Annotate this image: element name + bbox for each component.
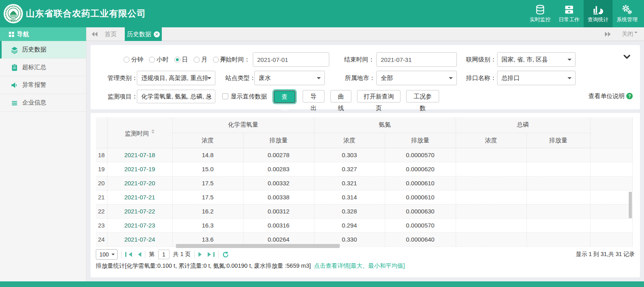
cell: 0.314 bbox=[314, 190, 385, 204]
history-data-table: 监测时间 化学需氧量 氨氮 总磷 浓度 排放量 浓度 排放量 浓度 排放量 bbox=[96, 117, 633, 247]
radio-icon bbox=[124, 57, 130, 63]
radio-minute[interactable]: 分钟 bbox=[124, 56, 143, 64]
query-button[interactable]: 查询 bbox=[274, 90, 295, 103]
first-page-button[interactable] bbox=[125, 252, 132, 257]
list-icon bbox=[10, 99, 19, 107]
cell bbox=[456, 190, 526, 204]
open-new-query-button[interactable]: 打开新查询页 bbox=[357, 90, 400, 102]
network-level-select[interactable]: 国家, 省, 市, 区县 bbox=[497, 52, 576, 67]
archive-icon bbox=[564, 4, 574, 15]
group-extra bbox=[590, 117, 633, 148]
header-group-row: 监测时间 化学需氧量 氨氮 总磷 bbox=[96, 117, 633, 133]
cell: 17.5 bbox=[172, 176, 243, 190]
radio-month[interactable]: 月 bbox=[194, 56, 207, 64]
top-header: MEE 山东省联合农药工业有限公司 实时监控 日常工作 查询统计 系统管理 bbox=[0, 0, 644, 27]
caret-down-icon bbox=[634, 32, 638, 35]
filter-row-2: 管理类别： 违规项目, 高架源, 重点排 站点类型： 废水 所属地市： 全部 排… bbox=[91, 71, 640, 85]
outlet-name-select[interactable]: 总排口 bbox=[497, 71, 576, 85]
cell: 0.0000620 bbox=[385, 162, 456, 176]
grid-icon bbox=[9, 32, 14, 37]
divider bbox=[218, 250, 219, 258]
nav-system-management[interactable]: 系统管理 bbox=[613, 0, 642, 27]
monitor-items-select[interactable]: 化学需氧量, 氨氮, 总磷, 总 bbox=[137, 90, 215, 103]
tab-history-data[interactable]: 历史数据 ✕ bbox=[125, 27, 162, 41]
date-link[interactable]: 2021-07-24 bbox=[107, 232, 172, 246]
table-row: 23 2021-07-23 16.30.00316 0.2940.0000570 bbox=[96, 218, 633, 232]
date-link[interactable]: 2021-07-18 bbox=[107, 148, 172, 162]
sort-icon[interactable] bbox=[151, 128, 155, 135]
cell bbox=[456, 162, 526, 176]
divider bbox=[121, 250, 122, 258]
start-time-input[interactable] bbox=[253, 52, 329, 67]
date-link[interactable]: 2021-07-19 bbox=[107, 162, 172, 176]
nav-daily-work[interactable]: 日常工作 bbox=[555, 0, 584, 27]
city-select[interactable]: 全部 bbox=[376, 71, 457, 85]
group-phosphorus: 总磷 bbox=[456, 117, 590, 133]
close-dropdown-label: 关闭 bbox=[622, 31, 633, 37]
select-value: 化学需氧量, 氨氮, 总磷, 总 bbox=[141, 93, 212, 100]
unit-description-link[interactable]: 查看单位说明 ? bbox=[588, 89, 633, 103]
sub-phosphorus-concentration: 浓度 bbox=[456, 133, 526, 148]
date-link[interactable]: 2021-07-23 bbox=[107, 218, 172, 232]
select-value: 废水 bbox=[259, 74, 271, 81]
close-icon[interactable]: ✕ bbox=[154, 31, 160, 37]
refresh-icon[interactable] bbox=[222, 251, 229, 258]
management-category-select[interactable]: 违规项目, 高架源, 重点排 bbox=[137, 71, 215, 85]
nav-query-statistics[interactable]: 查询统计 bbox=[584, 0, 613, 27]
network-level-label: 联网级别： bbox=[466, 52, 496, 67]
cell bbox=[456, 148, 526, 162]
prev-page-button[interactable] bbox=[136, 252, 141, 257]
cell: 16.2 bbox=[172, 204, 243, 218]
vertical-scrollbar[interactable] bbox=[629, 192, 632, 218]
row-number: 24 bbox=[96, 232, 107, 246]
view-detail-link[interactable]: 点击查看详情[最大、最小和平均值] bbox=[314, 262, 405, 269]
filter-row-3: 监测项目： 化学需氧量, 氨氮, 总磷, 总 显示直传数据 查询 导出 曲线 打… bbox=[91, 90, 640, 103]
tabs-scroll-left-icon[interactable] bbox=[91, 31, 98, 37]
col-monitor-time[interactable]: 监测时间 bbox=[107, 117, 172, 148]
cell bbox=[526, 232, 590, 246]
condition-params-button[interactable]: 工况参数 bbox=[406, 90, 439, 102]
date-link[interactable]: 2021-07-20 bbox=[107, 176, 172, 190]
sidebar-item-enterprise-info[interactable]: 企业信息 bbox=[0, 94, 86, 112]
filter-panel: 分钟 小时 日 月 年 开始时间： 结束时间： 联网级别： 国家, 省, 市, … bbox=[91, 45, 640, 109]
date-link[interactable]: 2021-07-21 bbox=[107, 190, 172, 204]
page-count: 共 1 页 bbox=[173, 251, 191, 258]
page-prefix: 第 bbox=[149, 251, 155, 258]
cell: 0.00316 bbox=[243, 218, 314, 232]
end-time-input[interactable] bbox=[376, 52, 457, 67]
radio-day[interactable]: 日 bbox=[174, 56, 188, 64]
last-page-button[interactable] bbox=[208, 252, 215, 257]
cell: 0.00312 bbox=[243, 204, 314, 218]
page-number-input[interactable] bbox=[158, 250, 169, 259]
cell bbox=[590, 162, 633, 176]
divider bbox=[145, 250, 145, 258]
cell: 17.5 bbox=[172, 190, 243, 204]
page-size-select[interactable]: 100 bbox=[96, 249, 118, 260]
close-tabs-dropdown[interactable]: 关闭 bbox=[622, 31, 638, 38]
city-label: 所属地市： bbox=[345, 71, 375, 85]
curve-button[interactable]: 曲线 bbox=[330, 90, 351, 102]
direct-data-checkbox[interactable] bbox=[222, 93, 228, 99]
site-type-select[interactable]: 废水 bbox=[254, 71, 325, 85]
sub-cod-concentration: 浓度 bbox=[172, 133, 243, 148]
sidebar-item-history-data[interactable]: 历史数据 bbox=[0, 41, 86, 59]
horizontal-scrollbar[interactable] bbox=[176, 244, 340, 248]
radio-label: 小时 bbox=[157, 56, 169, 64]
tabs-scroll-right-icon[interactable] bbox=[605, 31, 611, 37]
export-button[interactable]: 导出 bbox=[303, 90, 324, 102]
cell: 0.0000610 bbox=[385, 176, 456, 190]
radio-hour[interactable]: 小时 bbox=[149, 56, 169, 64]
tab-home[interactable]: 首页 bbox=[101, 27, 121, 41]
table-row: 22 2021-07-22 16.20.00312 0.3280.0000630 bbox=[96, 204, 633, 218]
cell bbox=[526, 204, 590, 218]
emission-statistics-status: 排放量统计[化学需氧量:0.100 t, 累计流量:0 t, 氨氮:0.0019… bbox=[96, 262, 405, 270]
next-page-button[interactable] bbox=[198, 252, 204, 257]
cell bbox=[590, 204, 633, 218]
end-time-label: 结束时间： bbox=[344, 52, 374, 67]
row-number: 19 bbox=[96, 162, 107, 176]
sidebar-item-exceedance-summary[interactable]: 超标汇总 bbox=[0, 59, 86, 76]
sidebar-item-abnormal-alarm[interactable]: 异常报警 bbox=[0, 76, 86, 94]
tab-label: 首页 bbox=[105, 31, 117, 38]
date-link[interactable]: 2021-07-22 bbox=[107, 204, 172, 218]
nav-realtime-monitoring[interactable]: 实时监控 bbox=[526, 0, 555, 27]
